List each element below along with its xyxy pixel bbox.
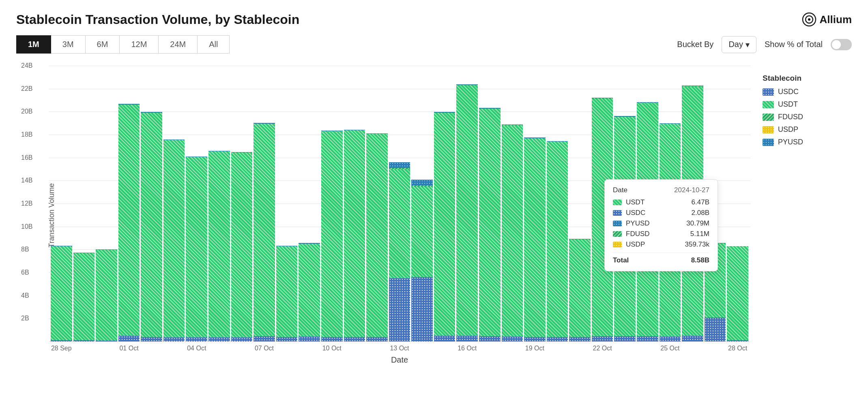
y-axis-tick-label: 8B [21, 246, 29, 253]
y-axis-tick-label: 18B [21, 131, 32, 138]
x-axis-label [208, 345, 230, 352]
bar-segment-usdc [411, 277, 433, 341]
bar-segment-usdt [254, 124, 275, 336]
bar-segment-pyusd [411, 180, 433, 185]
bar-segment-usdt [73, 253, 95, 340]
x-axis-label [366, 345, 388, 352]
bar-group[interactable] [276, 66, 298, 341]
x-axis-label [299, 345, 320, 352]
time-btn-12m[interactable]: 12M [119, 35, 159, 54]
bar-group[interactable] [299, 66, 320, 341]
bar-segment-usdt [366, 134, 388, 337]
tooltip-coin-value: 6.47B [692, 198, 709, 206]
bar-segment-usdc [231, 337, 253, 341]
x-axis-label: 25 Oct [660, 345, 681, 352]
allium-icon [802, 12, 816, 27]
bar-group[interactable] [411, 66, 433, 341]
bar-group[interactable] [186, 66, 207, 341]
bar-segment-usdc [73, 340, 95, 341]
bar-segment-usdc [456, 336, 478, 341]
bar-segment-usdt [389, 169, 410, 278]
bar-segment-usdt [141, 113, 162, 337]
bar-segment-usdc [614, 336, 636, 341]
tooltip-date-label: Date [613, 186, 627, 194]
x-axis-label [344, 345, 365, 352]
bar-segment-usdc [479, 336, 501, 341]
bar-segment-usdc [727, 340, 748, 341]
tooltip-swatch-pyusd [613, 221, 622, 226]
y-axis-tick-label: 2B [21, 315, 29, 322]
bar-group[interactable] [727, 66, 748, 341]
bar-group[interactable] [208, 66, 230, 341]
tooltip-row-fdusd: FDUSD5.11M [613, 230, 709, 238]
tooltip-coin-name: PYUSD [626, 219, 682, 228]
bar-segment-usdt [321, 131, 343, 337]
y-axis-tick-label: 14B [21, 177, 32, 184]
tooltip-rows: USDT6.47BUSDC2.08BPYUSD30.79MFDUSD5.11MU… [613, 198, 709, 249]
show-pct-toggle[interactable] [831, 39, 852, 50]
chart-wrapper: 24B22B20B18B16B14B12B10B8B6B4B2B Date 20… [49, 66, 750, 341]
bar-segment-usdc [344, 337, 365, 341]
bar-group[interactable] [479, 66, 501, 341]
bar-segment-usdc [434, 336, 455, 341]
bar-segment-usdt [569, 239, 591, 337]
bar-segment-usdc [163, 337, 185, 341]
bar-group[interactable] [73, 66, 95, 341]
x-axis-label: 13 Oct [389, 345, 410, 352]
bar-group[interactable] [118, 66, 140, 341]
chart-area: Transaction Volume 24B22B20B18B16B14B12B… [16, 66, 852, 365]
tooltip-coin-name: USDP [626, 241, 681, 249]
time-btn-1m[interactable]: 1M [16, 35, 51, 54]
y-axis-tick-label: 10B [21, 223, 32, 230]
legend-swatch-fdusd [763, 114, 774, 121]
bar-segment-usdc [366, 337, 388, 341]
tooltip-coin-value: 5.11M [690, 230, 709, 238]
bar-group[interactable] [502, 66, 523, 341]
bar-group[interactable] [389, 66, 410, 341]
y-axis-tick-label: 16B [21, 154, 32, 161]
bar-segment-pyusd [389, 162, 410, 168]
tooltip-date-value: 2024-10-27 [674, 186, 709, 194]
time-btn-24m[interactable]: 24M [158, 35, 198, 54]
bar-group[interactable] [231, 66, 253, 341]
tooltip-total-value: 8.58B [691, 256, 709, 264]
bar-group[interactable] [321, 66, 343, 341]
bucket-by-dropdown[interactable]: Day ▾ [722, 36, 756, 53]
time-btn-3m[interactable]: 3M [51, 35, 86, 54]
time-btn-6m[interactable]: 6M [85, 35, 120, 54]
bar-segment-usdt [208, 151, 230, 337]
tooltip-coin-value: 30.79M [686, 219, 709, 228]
x-axis-label: 16 Oct [456, 345, 478, 352]
legend-swatch-usdp [763, 126, 774, 133]
time-btn-all[interactable]: All [197, 35, 230, 54]
bar-segment-usdc [118, 336, 140, 341]
tooltip-coin-name: USDC [626, 209, 688, 217]
bar-group[interactable] [434, 66, 455, 341]
bar-group[interactable] [254, 66, 275, 341]
bar-group[interactable] [163, 66, 185, 341]
bar-group[interactable] [547, 66, 568, 341]
bucket-by-label: Bucket By [677, 40, 713, 49]
legend-item-usdc: USDC [763, 88, 852, 96]
bar-group[interactable] [366, 66, 388, 341]
bar-group[interactable] [344, 66, 365, 341]
bar-segment-usdc [547, 337, 568, 341]
tooltip-row-usdp: USDP359.73k [613, 241, 709, 249]
x-axis-label [163, 345, 185, 352]
svg-point-2 [808, 18, 810, 21]
bar-group[interactable] [96, 66, 117, 341]
bar-group[interactable] [141, 66, 162, 341]
legend-item-usdt: USDT [763, 100, 852, 109]
bar-group[interactable] [569, 66, 591, 341]
tooltip: Date 2024-10-27 USDT6.47BUSDC2.08BPYUSD3… [604, 179, 718, 271]
show-pct-label: Show % of Total [765, 40, 823, 49]
bar-group[interactable] [456, 66, 478, 341]
bar-group[interactable] [524, 66, 546, 341]
page-title: Stablecoin Transaction Volume, by Stable… [16, 12, 299, 27]
tooltip-row-usdt: USDT6.47B [613, 198, 709, 206]
bar-group[interactable] [51, 66, 72, 341]
bar-segment-usdc [524, 337, 546, 341]
bar-segment-usdc [51, 340, 72, 341]
bar-segment-usdc [569, 337, 591, 341]
x-axis-label: 28 Sep [51, 345, 72, 352]
